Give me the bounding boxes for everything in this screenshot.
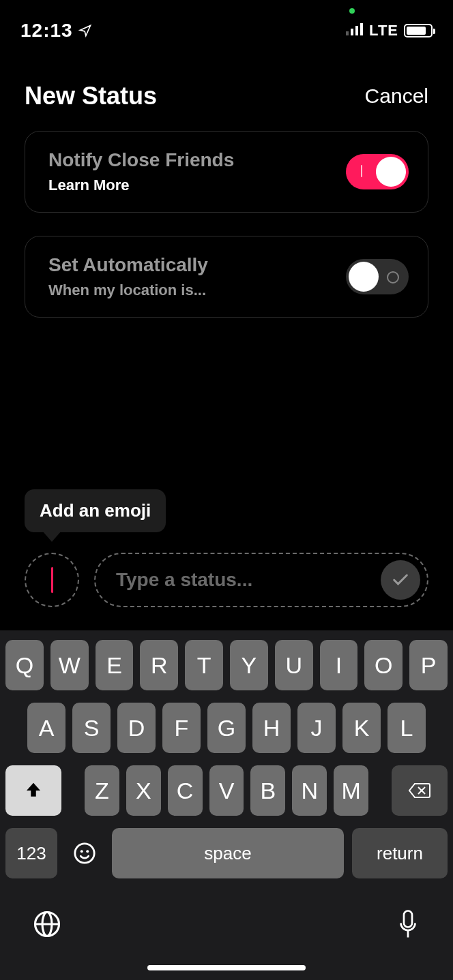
home-indicator[interactable]	[147, 965, 306, 970]
key-x[interactable]: X	[126, 765, 161, 816]
key-p[interactable]: P	[409, 640, 448, 690]
key-g[interactable]: G	[207, 703, 246, 753]
input-row	[25, 553, 428, 607]
key-shift[interactable]	[5, 765, 61, 816]
mic-icon[interactable]	[396, 908, 420, 943]
key-v[interactable]: V	[209, 765, 244, 816]
add-emoji-button[interactable]	[25, 553, 79, 607]
key-n[interactable]: N	[292, 765, 327, 816]
svg-rect-2	[355, 26, 358, 35]
notify-toggle[interactable]	[346, 154, 409, 189]
cancel-button[interactable]: Cancel	[365, 85, 428, 108]
auto-sub: When my location is...	[48, 281, 208, 299]
status-time: 12:13	[20, 20, 73, 42]
set-automatically-card: Set Automatically When my location is...	[25, 236, 428, 318]
svg-rect-12	[404, 911, 412, 928]
key-emoji[interactable]	[65, 828, 104, 878]
auto-title: Set Automatically	[48, 254, 208, 276]
key-e[interactable]: E	[96, 640, 134, 690]
keyboard-row-3: Z X C V B N M	[5, 765, 448, 816]
key-i[interactable]: I	[320, 640, 358, 690]
status-bar: 12:13 LTE	[0, 0, 453, 48]
notify-title: Notify Close Friends	[48, 149, 234, 171]
keyboard-row-1: Q W E R T Y U I O P	[5, 640, 448, 690]
key-u[interactable]: U	[275, 640, 313, 690]
compose-area: Add an emoji	[25, 489, 428, 607]
key-d[interactable]: D	[117, 703, 156, 753]
notify-close-friends-card: Notify Close Friends Learn More	[25, 131, 428, 213]
status-input[interactable]	[116, 569, 372, 591]
card-text: Set Automatically When my location is...	[48, 254, 208, 299]
signal-icon	[346, 23, 364, 38]
settings-cards: Notify Close Friends Learn More Set Auto…	[0, 131, 453, 318]
keyboard-bottom-row	[5, 891, 448, 943]
key-f[interactable]: F	[162, 703, 201, 753]
key-y[interactable]: Y	[230, 640, 268, 690]
key-a[interactable]: A	[27, 703, 65, 753]
location-icon	[78, 24, 92, 37]
keyboard-row-2: A S D F G H J K L	[5, 703, 448, 753]
key-s[interactable]: S	[72, 703, 111, 753]
card-text: Notify Close Friends Learn More	[48, 149, 234, 194]
key-q[interactable]: Q	[5, 640, 44, 690]
status-input-container	[94, 553, 428, 607]
key-j[interactable]: J	[297, 703, 336, 753]
page-header: New Status Cancel	[0, 48, 453, 131]
text-cursor	[51, 567, 53, 593]
key-r[interactable]: R	[140, 640, 178, 690]
key-m[interactable]: M	[334, 765, 368, 816]
battery-icon	[404, 24, 433, 37]
svg-point-8	[86, 850, 89, 853]
key-w[interactable]: W	[50, 640, 89, 690]
key-z[interactable]: Z	[85, 765, 119, 816]
privacy-indicator-dot	[349, 8, 355, 14]
emoji-tooltip: Add an emoji	[25, 489, 166, 532]
key-backspace[interactable]	[392, 765, 448, 816]
globe-icon[interactable]	[33, 910, 61, 941]
svg-rect-1	[351, 29, 353, 35]
key-123[interactable]: 123	[5, 828, 57, 878]
key-c[interactable]: C	[168, 765, 203, 816]
status-right: LTE	[346, 22, 433, 40]
learn-more-link[interactable]: Learn More	[48, 177, 234, 194]
submit-button[interactable]	[381, 560, 420, 600]
network-label: LTE	[369, 22, 398, 40]
keyboard-row-4: 123 space return	[5, 828, 448, 878]
auto-toggle[interactable]	[346, 259, 409, 294]
svg-point-6	[75, 844, 94, 863]
key-k[interactable]: K	[342, 703, 381, 753]
svg-rect-3	[360, 23, 363, 35]
key-space[interactable]: space	[112, 828, 344, 878]
page-title: New Status	[25, 82, 157, 110]
key-b[interactable]: B	[250, 765, 285, 816]
status-left: 12:13	[20, 20, 92, 42]
key-h[interactable]: H	[252, 703, 291, 753]
key-return[interactable]: return	[352, 828, 448, 878]
svg-rect-0	[346, 31, 349, 35]
keyboard: Q W E R T Y U I O P A S D F G H J K L Z …	[0, 630, 453, 980]
key-t[interactable]: T	[185, 640, 223, 690]
key-o[interactable]: O	[364, 640, 403, 690]
key-l[interactable]: L	[388, 703, 426, 753]
svg-point-7	[81, 850, 83, 853]
